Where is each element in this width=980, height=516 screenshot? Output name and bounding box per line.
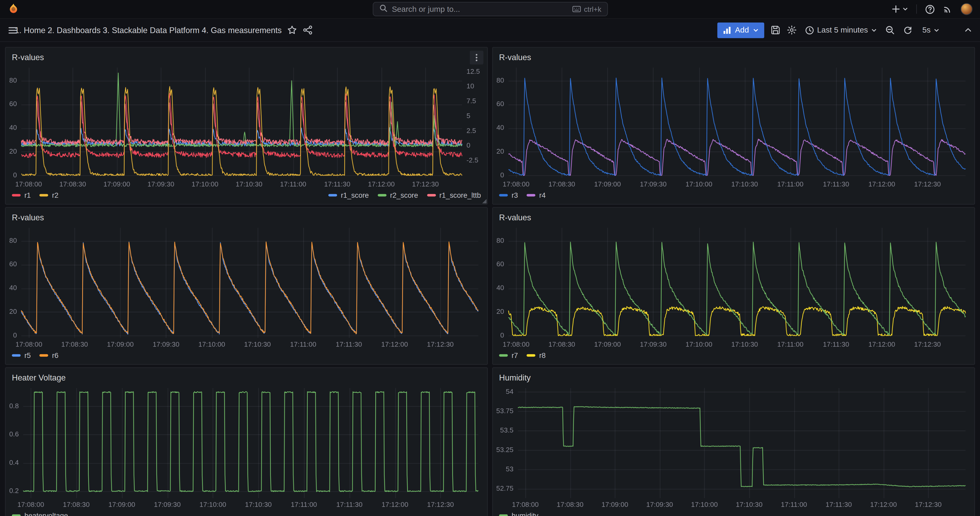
refresh-interval-picker[interactable]: 5s: [920, 24, 941, 36]
search-box[interactable]: ctrl+k: [372, 2, 608, 16]
legend-item-r5[interactable]: r5: [12, 352, 31, 359]
time-series-chart[interactable]: [7, 224, 484, 350]
help-button[interactable]: [925, 4, 935, 14]
toolbar-actions: Add: [718, 22, 973, 38]
share-button[interactable]: [303, 25, 313, 35]
search-input[interactable]: [392, 5, 568, 13]
topbar-divider: [916, 5, 917, 14]
legend-item-r7[interactable]: r7: [499, 352, 518, 359]
legend-item-r4[interactable]: r4: [527, 191, 546, 199]
panel-legend: heatervoltage: [5, 510, 487, 516]
legend-group: r7r8: [499, 352, 546, 359]
save-dashboard-button[interactable]: [770, 25, 780, 35]
share-icon: [303, 25, 313, 35]
breadcrumb: Home›Dashboards›Stackable Data Platform›…: [24, 25, 282, 35]
legend-label: r1: [24, 191, 31, 199]
legend-swatch: [499, 194, 508, 197]
search-icon: [379, 3, 387, 15]
news-rss-button[interactable]: [943, 5, 953, 14]
legend-item-r1_score_lttb[interactable]: r1_score_lttb: [427, 191, 481, 199]
clock-icon: [805, 25, 814, 35]
breadcrumb-item-1[interactable]: Dashboards: [57, 25, 100, 35]
legend-group: humidity: [499, 512, 539, 516]
panel-title[interactable]: R-values: [5, 51, 50, 64]
collapse-toolbar-button[interactable]: [964, 26, 972, 34]
star-icon: [287, 25, 298, 35]
grafana-logo[interactable]: [8, 3, 19, 15]
time-series-chart[interactable]: [494, 64, 970, 190]
zoom-out-icon: [885, 25, 895, 35]
dashboard-grid: R-valuesr1r2r1_scorer2_scorer1_score_ltt…: [0, 42, 980, 516]
legend-swatch: [378, 194, 386, 197]
legend-item-r8[interactable]: r8: [527, 352, 546, 359]
legend-item-r3[interactable]: r3: [499, 191, 518, 199]
legend-item-r1[interactable]: r1: [12, 191, 31, 199]
breadcrumb-item-3: Gas measurements: [211, 25, 282, 35]
legend-swatch: [40, 194, 48, 197]
refresh-interval-label: 5s: [922, 26, 931, 34]
legend-item-r6[interactable]: r6: [40, 352, 59, 359]
time-range-picker[interactable]: Last 5 minutes: [803, 24, 878, 36]
keyboard-icon: [572, 5, 581, 12]
panel-legend: r3r4: [493, 190, 975, 204]
chart-area: [494, 384, 970, 510]
plus-icon: [891, 5, 901, 14]
question-circle-icon: [925, 4, 935, 14]
panel-r-values-1: R-valuesr1r2r1_scorer2_scorer1_score_ltt…: [5, 47, 488, 205]
time-series-chart[interactable]: [7, 384, 484, 510]
legend-label: r1_score_lttb: [439, 191, 481, 199]
resize-handle[interactable]: [482, 199, 487, 204]
legend-group: r3r4: [499, 191, 546, 199]
graph-bar-icon: [723, 26, 731, 34]
panel-legend: r1r2r1_scorer2_scorer1_score_lttb: [5, 190, 487, 204]
legend-item-r1_score[interactable]: r1_score: [328, 191, 369, 199]
breadcrumb-item-2[interactable]: Stackable Data Platform: [112, 25, 199, 35]
legend-swatch: [12, 514, 21, 516]
chart-area: [494, 64, 970, 190]
panel-title[interactable]: Humidity: [493, 371, 537, 384]
caret-down-icon: [753, 27, 758, 33]
legend-swatch: [527, 354, 535, 357]
new-button[interactable]: [891, 5, 908, 14]
panel-title[interactable]: R-values: [493, 211, 538, 224]
legend-swatch: [12, 354, 21, 357]
rss-icon: [943, 5, 953, 14]
panel-menu-button[interactable]: [470, 51, 484, 64]
gear-icon: [786, 25, 796, 35]
caret-down-icon: [871, 27, 877, 33]
favorite-star-button[interactable]: [287, 25, 298, 35]
zoom-out-button[interactable]: [885, 25, 895, 35]
time-series-chart[interactable]: [494, 384, 970, 510]
panel-title[interactable]: R-values: [5, 211, 50, 224]
dashboard-toolbar: Home›Dashboards›Stackable Data Platform›…: [0, 19, 980, 42]
legend-label: r8: [539, 352, 546, 359]
legend-group: r1_scorer2_scorer1_score_lttb: [328, 191, 481, 199]
dashboard-settings-button[interactable]: [786, 25, 796, 35]
legend-group: r1r2: [12, 191, 58, 199]
legend-item-humidity[interactable]: humidity: [499, 512, 539, 516]
legend-group: heatervoltage: [12, 512, 68, 516]
user-avatar[interactable]: [961, 3, 972, 15]
time-series-chart[interactable]: [494, 224, 970, 350]
top-navigation-bar: ctrl+k: [0, 0, 980, 19]
chart-area: [7, 224, 484, 350]
panel-heater-voltage: Heater Voltageheatervoltage: [5, 367, 488, 516]
legend-label: r7: [512, 352, 518, 359]
legend-item-heatervoltage[interactable]: heatervoltage: [12, 512, 68, 516]
legend-swatch: [427, 194, 436, 197]
panel-title[interactable]: Heater Voltage: [5, 371, 72, 384]
panel-humidity: Humidityhumidity: [492, 367, 975, 516]
time-series-chart[interactable]: [7, 64, 484, 190]
breadcrumb-item-0[interactable]: Home: [24, 25, 46, 35]
search-shortcut: ctrl+k: [572, 5, 601, 13]
add-panel-button[interactable]: Add: [718, 22, 764, 38]
legend-label: humidity: [512, 512, 538, 516]
legend-item-r2_score[interactable]: r2_score: [378, 191, 418, 199]
panel-title[interactable]: R-values: [493, 51, 538, 64]
refresh-icon: [903, 25, 912, 35]
legend-label: r6: [52, 352, 58, 359]
refresh-button[interactable]: [901, 24, 914, 36]
legend-swatch: [12, 194, 21, 197]
legend-item-r2[interactable]: r2: [40, 191, 59, 199]
legend-swatch: [499, 514, 508, 516]
